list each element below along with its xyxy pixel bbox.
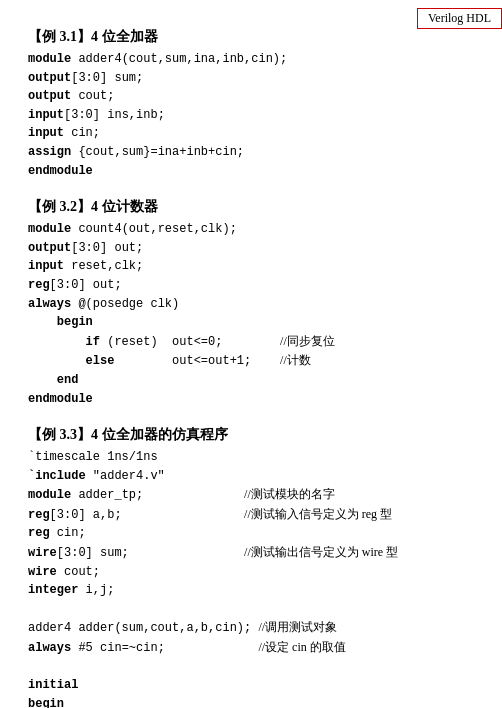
code-line: input cin; [28, 124, 474, 143]
code-line: initial [28, 676, 474, 695]
code-line: output cout; [28, 87, 474, 106]
code-line: module adder_tp; //测试模块的名字 [28, 485, 474, 505]
code-line: always #5 cin=~cin; //设定 cin 的取值 [28, 638, 474, 658]
section-bracket: 【例 3.1】 [28, 29, 91, 44]
section-title-31: 【例 3.1】4 位全加器 [28, 28, 474, 46]
code-line: endmodule [28, 390, 474, 409]
code-line: endmodule [28, 162, 474, 181]
code-block-32: module count4(out,reset,clk); output[3:0… [28, 220, 474, 408]
page: Verilog HDL 【例 3.1】4 位全加器 module adder4(… [0, 0, 502, 708]
code-line: adder4 adder(sum,cout,a,b,cin); //调用测试对象 [28, 618, 474, 638]
code-line [28, 600, 474, 619]
code-line: integer i,j; [28, 581, 474, 600]
code-line: wire cout; [28, 563, 474, 582]
code-line [28, 658, 474, 677]
code-line: else out<=out+1; //计数 [28, 351, 474, 371]
section-bracket: 【例 3.3】 [28, 427, 91, 442]
code-line: output[3:0] sum; [28, 69, 474, 88]
code-line: end [28, 371, 474, 390]
code-line: begin [28, 695, 474, 708]
code-line: wire[3:0] sum; //测试输出信号定义为 wire 型 [28, 543, 474, 563]
code-line: begin [28, 313, 474, 332]
section-bracket: 【例 3.2】 [28, 199, 91, 214]
code-line: input reset,clk; [28, 257, 474, 276]
code-line: always @(posedge clk) [28, 295, 474, 314]
code-line: `timescale 1ns/1ns [28, 448, 474, 467]
section-title-33: 【例 3.3】4 位全加器的仿真程序 [28, 426, 474, 444]
section-title-32: 【例 3.2】4 位计数器 [28, 198, 474, 216]
code-line: module count4(out,reset,clk); [28, 220, 474, 239]
code-line: output[3:0] out; [28, 239, 474, 258]
header-tag: Verilog HDL [417, 8, 502, 29]
code-line: reg cin; [28, 524, 474, 543]
code-block-33: `timescale 1ns/1ns `include "adder4.v" m… [28, 448, 474, 708]
code-line: reg[3:0] out; [28, 276, 474, 295]
code-line: if (reset) out<=0; //同步复位 [28, 332, 474, 352]
code-line: module adder4(cout,sum,ina,inb,cin); [28, 50, 474, 69]
code-line: assign {cout,sum}=ina+inb+cin; [28, 143, 474, 162]
code-line: reg[3:0] a,b; //测试输入信号定义为 reg 型 [28, 505, 474, 525]
code-block-31: module adder4(cout,sum,ina,inb,cin); out… [28, 50, 474, 180]
code-line: input[3:0] ins,inb; [28, 106, 474, 125]
code-line: `include "adder4.v" [28, 467, 474, 486]
